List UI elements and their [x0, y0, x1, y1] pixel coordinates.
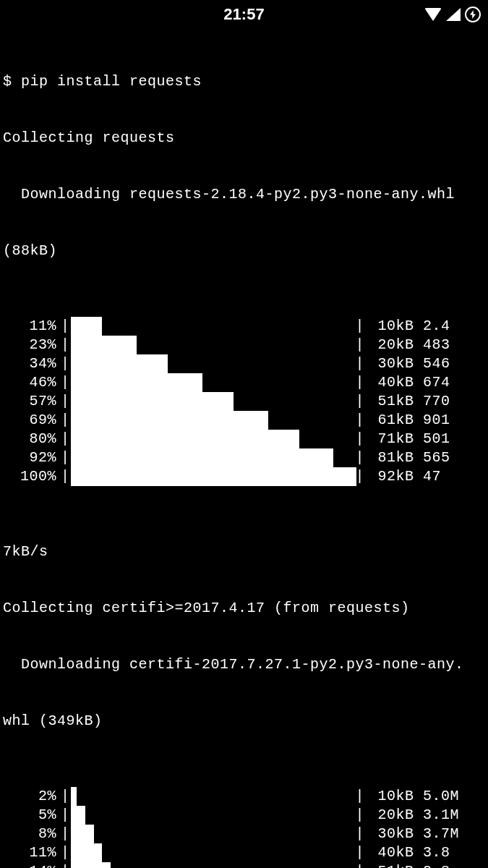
progress-stats: 20kB 3.1M — [364, 806, 459, 825]
bar-delim: | — [61, 336, 70, 354]
progress-line: 8%|| 30kB 3.7M — [3, 825, 485, 843]
status-time: 21:57 — [223, 4, 264, 25]
progress-line: 46%|| 40kB 674 — [3, 373, 485, 392]
progress-percent: 8% — [3, 825, 61, 843]
bar-fill — [71, 354, 168, 373]
bar-fill — [71, 467, 356, 486]
bar-delim: | — [355, 843, 364, 862]
progress-percent: 23% — [3, 336, 61, 354]
progress-block-certifi: 2%|| 10kB 5.0M5%|| 20kB 3.1M8%|| 30kB 3.… — [3, 787, 485, 868]
bar-delim: | — [61, 467, 70, 486]
terminal-output[interactable]: $ pip install requests Collecting reques… — [0, 29, 488, 868]
bar-delim: | — [355, 430, 364, 448]
progress-percent: 14% — [3, 862, 61, 868]
bar-delim: | — [355, 825, 364, 843]
bar-delim: | — [61, 448, 70, 467]
progress-stats: 51kB 2.8 — [364, 862, 450, 868]
progress-line: 100%|| 92kB 47 — [3, 467, 485, 486]
bar-fill — [71, 373, 202, 392]
wifi-icon — [424, 8, 442, 21]
progress-percent: 2% — [3, 787, 61, 806]
progress-line: 92%|| 81kB 565 — [3, 448, 485, 467]
progress-percent: 34% — [3, 354, 61, 373]
bar-delim: | — [61, 354, 70, 373]
bar-delim: | — [61, 787, 70, 806]
bar-fill — [71, 336, 137, 354]
speed-wrap: 7kB/s — [3, 542, 485, 561]
bar-delim: | — [355, 787, 364, 806]
progress-block-requests: 11%|| 10kB 2.423%|| 20kB 48334%|| 30kB 5… — [3, 317, 485, 486]
progress-percent: 100% — [3, 467, 61, 486]
progress-stats: 51kB 770 — [364, 392, 450, 411]
progress-stats: 92kB 47 — [364, 467, 441, 486]
progress-bar: || — [61, 467, 364, 486]
progress-bar: || — [61, 806, 364, 825]
progress-line: 5%|| 20kB 3.1M — [3, 806, 485, 825]
bar-fill — [71, 843, 102, 862]
progress-stats: 10kB 5.0M — [364, 787, 459, 806]
progress-bar: || — [61, 430, 364, 448]
power-icon — [465, 7, 481, 22]
progress-stats: 40kB 3.8 — [364, 843, 450, 862]
progress-bar: || — [61, 787, 364, 806]
bar-fill — [71, 787, 77, 806]
bar-delim: | — [61, 825, 70, 843]
bar-delim: | — [355, 336, 364, 354]
bar-fill — [71, 825, 94, 843]
progress-line: 2%|| 10kB 5.0M — [3, 787, 485, 806]
bar-delim: | — [355, 862, 364, 868]
bar-fill — [71, 430, 299, 448]
progress-bar: || — [61, 354, 364, 373]
bar-delim: | — [61, 843, 70, 862]
progress-stats: 30kB 3.7M — [364, 825, 459, 843]
status-bar: 21:57 — [0, 0, 488, 29]
bar-fill — [71, 392, 234, 411]
progress-percent: 92% — [3, 448, 61, 467]
bar-fill — [71, 317, 102, 336]
progress-line: 11%|| 40kB 3.8 — [3, 843, 485, 862]
bar-fill — [71, 806, 85, 825]
bar-delim: | — [355, 392, 364, 411]
size-line: (88kB) — [3, 242, 485, 260]
bar-delim: | — [355, 373, 364, 392]
progress-percent: 11% — [3, 843, 61, 862]
bar-delim: | — [355, 411, 364, 430]
bar-delim: | — [61, 806, 70, 825]
progress-stats: 10kB 2.4 — [364, 317, 450, 336]
progress-stats: 81kB 565 — [364, 448, 450, 467]
progress-bar: || — [61, 392, 364, 411]
bar-fill — [71, 411, 268, 430]
progress-stats: 61kB 901 — [364, 411, 450, 430]
progress-bar: || — [61, 373, 364, 392]
downloading-line: Downloading requests-2.18.4-py2.py3-none… — [3, 185, 485, 204]
progress-percent: 69% — [3, 411, 61, 430]
downloading-line: Downloading certifi-2017.7.27.1-py2.py3-… — [3, 655, 485, 674]
progress-stats: 71kB 501 — [364, 430, 450, 448]
bar-delim: | — [355, 467, 364, 486]
bar-delim: | — [61, 317, 70, 336]
progress-bar: || — [61, 843, 364, 862]
progress-bar: || — [61, 862, 364, 868]
collecting-line: Collecting certifi>=2017.4.17 (from requ… — [3, 599, 485, 618]
progress-line: 14%|| 51kB 2.8 — [3, 862, 485, 868]
bar-delim: | — [61, 862, 70, 868]
bar-delim: | — [61, 411, 70, 430]
signal-icon — [446, 8, 461, 21]
progress-line: 11%|| 10kB 2.4 — [3, 317, 485, 336]
progress-bar: || — [61, 448, 364, 467]
progress-percent: 5% — [3, 806, 61, 825]
progress-stats: 20kB 483 — [364, 336, 450, 354]
bar-delim: | — [355, 806, 364, 825]
progress-bar: || — [61, 336, 364, 354]
progress-stats: 40kB 674 — [364, 373, 450, 392]
progress-line: 34%|| 30kB 546 — [3, 354, 485, 373]
progress-line: 23%|| 20kB 483 — [3, 336, 485, 354]
bar-delim: | — [355, 317, 364, 336]
size-line: whl (349kB) — [3, 712, 485, 731]
progress-line: 69%|| 61kB 901 — [3, 411, 485, 430]
bar-delim: | — [61, 392, 70, 411]
bar-delim: | — [61, 430, 70, 448]
bar-delim: | — [61, 373, 70, 392]
command-line: $ pip install requests — [3, 72, 485, 91]
progress-bar: || — [61, 411, 364, 430]
